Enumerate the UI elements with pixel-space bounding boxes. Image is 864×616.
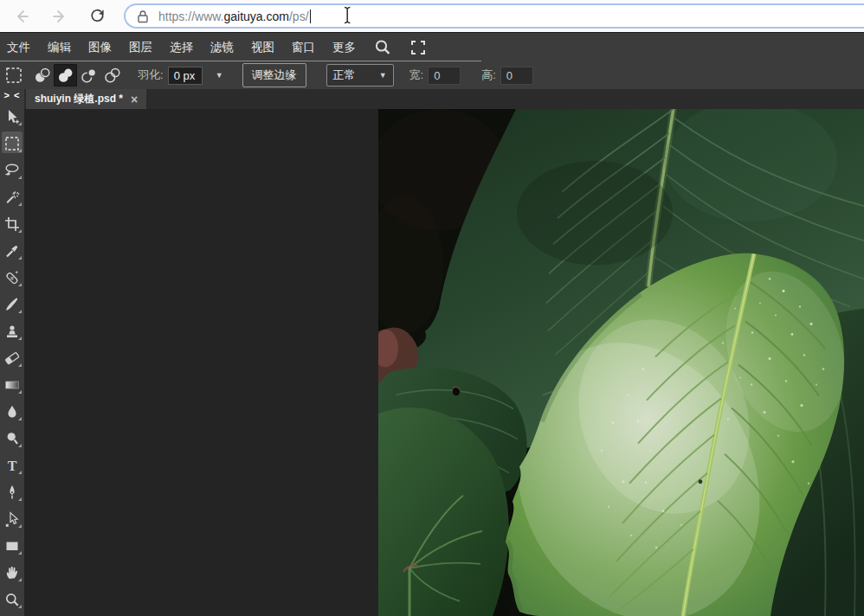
tool-blur-button[interactable] — [0, 398, 24, 425]
intersect-selection-icon — [103, 66, 122, 85]
new-selection-icon — [33, 66, 52, 85]
blend-mode-select[interactable]: 正常 ▼ — [326, 64, 394, 87]
subtract-selection-icon — [80, 66, 99, 85]
menu-item-edit[interactable]: 编辑 — [48, 40, 71, 55]
menu-item-view[interactable]: 视图 — [251, 40, 274, 55]
svg-text:T: T — [8, 458, 17, 472]
width-label: 宽: — [409, 67, 424, 83]
tool-hand-button[interactable] — [0, 559, 24, 586]
document-tab-bar: shuiyin 绿植.psd * × — [24, 89, 864, 109]
eraser-icon — [3, 350, 21, 367]
url-bar[interactable]: https://www.gaituya.com/ps/ — [124, 3, 864, 29]
workspace: > < T shuiyin 绿植.psd * × — [0, 89, 864, 616]
tool-type-button[interactable]: T — [0, 452, 24, 478]
selection-mode-add-button[interactable] — [54, 64, 77, 87]
search-icon — [373, 38, 392, 57]
crop-icon — [3, 215, 21, 233]
menu-item-more[interactable]: 更多 — [332, 40, 356, 55]
url-host: gaituya.com — [223, 10, 288, 23]
brush-icon — [3, 296, 21, 313]
tool-pen-button[interactable] — [0, 478, 24, 505]
height-label: 高: — [481, 67, 496, 83]
pen-icon — [3, 484, 21, 501]
menu-item-window[interactable]: 窗口 — [292, 40, 315, 55]
menu-item-file[interactable]: 文件 — [7, 40, 30, 55]
reload-icon — [88, 7, 107, 26]
menu-item-filter[interactable]: 滤镜 — [210, 40, 234, 55]
chevron-down-icon: ▼ — [379, 71, 387, 80]
hand-icon — [3, 564, 21, 581]
leaf-photo-image — [378, 109, 864, 616]
refine-edge-button[interactable]: 调整边缘 — [242, 63, 306, 87]
tool-move-button[interactable] — [0, 103, 24, 130]
forward-arrow-icon — [50, 7, 69, 26]
blur-icon — [3, 403, 21, 420]
tool-eraser-button[interactable] — [0, 344, 24, 371]
selection-mode-intersect-button[interactable] — [100, 64, 124, 87]
document-area: shuiyin 绿植.psd * × — [24, 89, 864, 616]
back-arrow-icon — [12, 7, 31, 26]
tool-marquee-button[interactable] — [0, 130, 24, 157]
menu-item-image[interactable]: 图像 — [88, 40, 112, 55]
menu-item-select[interactable]: 选择 — [170, 40, 193, 55]
shape-icon — [3, 537, 21, 555]
blend-mode-value: 正常 — [333, 67, 356, 83]
tool-clone-stamp-button[interactable] — [0, 318, 24, 344]
selection-mode-group — [30, 64, 124, 87]
tool-zoom-button[interactable] — [0, 586, 24, 613]
tool-path-select-button[interactable] — [0, 505, 24, 532]
lock-icon — [135, 9, 151, 24]
menu-divider — [0, 61, 481, 61]
clone-stamp-icon — [3, 323, 21, 340]
tool-palette: > < T — [0, 89, 24, 616]
url-scheme: https://www. — [158, 10, 223, 23]
menu-bar: 文件 编辑 图像 图层 选择 滤镜 视图 窗口 更多 — [0, 32, 864, 61]
text-caret — [310, 10, 311, 23]
tool-brush-button[interactable] — [0, 291, 24, 318]
tool-healing-brush-button[interactable] — [0, 264, 24, 291]
search-button[interactable] — [373, 38, 392, 57]
tool-gradient-button[interactable] — [0, 371, 24, 398]
forward-button[interactable] — [47, 3, 73, 29]
reload-button[interactable] — [85, 3, 111, 29]
close-tab-icon[interactable]: × — [131, 93, 138, 106]
magic-wand-icon — [3, 189, 21, 206]
path-select-icon — [3, 510, 21, 528]
fullscreen-icon — [409, 39, 427, 56]
tool-crop-button[interactable] — [0, 210, 24, 237]
url-text: https://www.gaituya.com/ps/ — [158, 10, 309, 23]
selection-mode-subtract-button[interactable] — [77, 64, 100, 87]
selection-mode-new-button[interactable] — [30, 64, 54, 87]
ibeam-cursor-icon — [341, 5, 354, 25]
dodge-icon — [3, 430, 21, 447]
zoom-icon — [3, 591, 21, 608]
feather-dropdown-button[interactable]: ▼ — [211, 67, 228, 83]
add-selection-icon — [56, 66, 75, 85]
browser-chrome: https://www.gaituya.com/ps/ — [0, 0, 864, 32]
height-input[interactable]: 0 — [500, 67, 533, 85]
tool-shape-button[interactable] — [0, 532, 24, 559]
width-input[interactable]: 0 — [428, 67, 461, 85]
canvas[interactable] — [24, 109, 864, 616]
gradient-icon — [3, 376, 21, 394]
tool-eyedropper-button[interactable] — [0, 237, 24, 264]
fullscreen-button[interactable] — [409, 39, 427, 56]
move-icon — [3, 108, 21, 125]
tool-dodge-button[interactable] — [0, 425, 24, 452]
lasso-icon — [3, 162, 21, 179]
document-tab[interactable]: shuiyin 绿植.psd * × — [26, 89, 146, 109]
tool-magic-wand-button[interactable] — [0, 183, 24, 210]
tool-options-bar: 羽化: 0 px ▼ 调整边缘 正常 ▼ 宽: 0 高: 0 — [0, 61, 864, 89]
healing-brush-icon — [3, 269, 21, 286]
marquee-icon — [3, 135, 21, 152]
type-icon: T — [3, 457, 21, 474]
tool-lasso-button[interactable] — [0, 157, 24, 183]
back-button[interactable] — [9, 3, 35, 29]
feather-input[interactable]: 0 px — [168, 67, 203, 85]
url-path: /ps/ — [289, 10, 309, 23]
eyedropper-icon — [3, 242, 21, 260]
feather-label: 羽化: — [138, 67, 164, 83]
collapse-tools-button[interactable]: > < — [0, 89, 24, 103]
menu-item-layer[interactable]: 图层 — [129, 40, 152, 55]
document-tab-title: shuiyin 绿植.psd * — [35, 92, 123, 106]
